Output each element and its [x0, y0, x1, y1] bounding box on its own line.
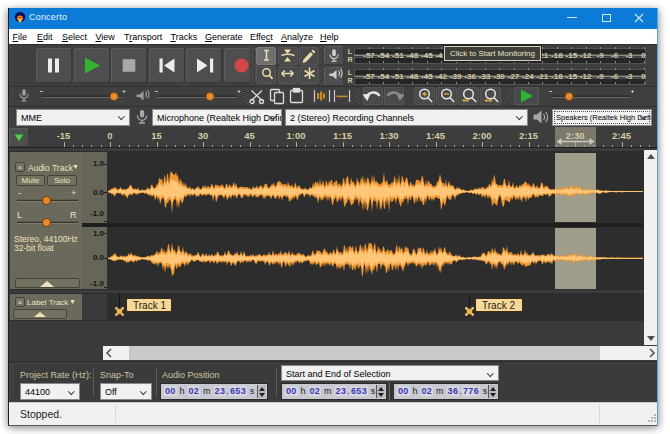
svg-text:R: R [70, 210, 77, 220]
svg-text:L: L [17, 210, 22, 220]
svg-text:-: - [18, 188, 21, 198]
svg-text:+: + [71, 188, 76, 198]
